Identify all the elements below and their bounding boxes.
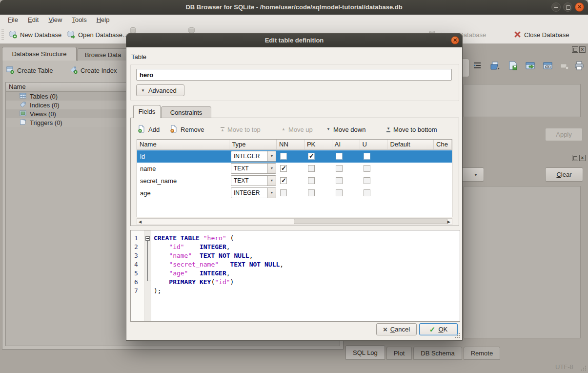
create-table-button[interactable]: Create Table [6,64,53,77]
dialog-close-button[interactable]: ✕ [451,36,459,44]
pk-checkbox[interactable] [308,153,315,160]
column-header-name[interactable]: Name [137,140,229,149]
u-checkbox[interactable] [364,153,370,160]
toolbar-handle[interactable] [1,29,4,41]
sql-preview-editor[interactable]: 1234567 CREATE TABLE "hero" ( "id" INTEG… [130,230,460,322]
column-header-type[interactable]: Type [229,140,277,149]
null-icon[interactable] [559,61,570,73]
chevron-down-icon[interactable]: ▼ [267,176,276,186]
fields-horizontal-scrollbar[interactable]: ◀ ▶ [137,218,452,225]
field-name: id [140,153,145,160]
add-field-button[interactable]: Add [138,124,160,135]
pk-checkbox[interactable] [308,177,315,184]
close-database-button[interactable]: Close Database [514,29,569,41]
dock-float-button[interactable] [572,46,578,53]
field-row-secret_name[interactable]: secret_nameTEXT▼ [137,175,452,187]
chevron-down-icon[interactable]: ▼ [267,151,276,161]
remove-field-button[interactable]: Remove [170,124,204,135]
menubar: FileEditViewToolsHelp [0,15,588,26]
link-icon[interactable] [543,61,553,73]
chevron-down-icon[interactable]: ▼ [267,188,276,198]
tab-database-structure[interactable]: Database Structure [2,47,77,61]
bottom-tab-sql-log[interactable]: SQL Log [345,345,385,360]
move-down-button[interactable]: ▼ Move down [326,124,365,135]
dock2-float-button[interactable] [572,155,578,161]
move-up-label: Move up [288,126,313,133]
line-number-gutter: 1234567 [131,230,144,321]
ai-checkbox[interactable] [336,189,343,196]
menu-tools[interactable]: Tools [67,15,91,25]
bottom-tab-plot[interactable]: Plot [386,347,412,360]
type-combobox[interactable]: INTEGER▼ [231,187,276,198]
ok-button[interactable]: ✓ OK [419,323,458,335]
save-icon[interactable] [507,61,518,73]
scrollbar-thumb[interactable] [294,219,447,224]
scroll-left-icon[interactable]: ◀ [139,220,142,224]
column-header-nn[interactable]: NN [277,140,304,149]
export-icon[interactable] [525,61,536,73]
type-combobox[interactable]: TEXT▼ [231,163,276,174]
ai-checkbox[interactable] [336,153,343,160]
scroll-right-icon[interactable]: ▶ [447,220,450,224]
open-database-button[interactable]: Open Database... [67,29,128,41]
clear-button[interactable]: Clear [545,167,583,182]
fold-collapse-icon[interactable] [145,236,150,241]
window-resize-grip[interactable] [581,365,587,371]
ai-checkbox[interactable] [336,177,343,184]
new-database-button[interactable]: New Database [9,29,61,41]
menu-file[interactable]: File [3,15,23,25]
column-header-pk[interactable]: PK [304,140,332,149]
menu-edit[interactable]: Edit [23,15,43,25]
minimize-button[interactable] [551,2,561,12]
table-name-input[interactable] [136,69,452,81]
app-window: DB Browser for SQLite - /home/user/code/… [0,0,588,373]
pk-checkbox[interactable] [308,189,315,196]
fields-table-header[interactable]: NameTypeNNPKAIUDefaultChe [137,140,452,150]
print-icon[interactable] [574,61,585,73]
tab-fields[interactable]: Fields [133,105,161,118]
remove-icon [170,125,178,134]
nn-checkbox[interactable] [280,177,287,184]
cancel-button[interactable]: × Cancel [376,323,417,335]
u-checkbox[interactable] [364,189,370,196]
pk-checkbox[interactable] [308,165,315,172]
field-row-id[interactable]: idINTEGER▼ [137,150,452,163]
column-header-che[interactable]: Che [434,140,452,149]
type-combobox[interactable]: TEXT▼ [231,175,276,186]
nn-checkbox[interactable] [280,165,287,172]
ai-checkbox[interactable] [336,165,343,172]
tab-constraints[interactable]: Constraints [161,106,211,118]
field-row-name[interactable]: nameTEXT▼ [137,163,452,175]
dock-close-icon[interactable]: × [579,46,586,53]
menu-help[interactable]: Help [92,15,115,25]
u-checkbox[interactable] [364,177,370,184]
type-combobox[interactable]: INTEGER▼ [231,151,276,162]
nn-checkbox[interactable] [280,153,287,160]
dock2-close-icon[interactable]: × [579,155,586,161]
advanced-button[interactable]: ▼ Advanced [136,84,184,96]
column-header-default[interactable]: Default [387,140,434,149]
nn-checkbox[interactable] [280,189,287,196]
column-header-ai[interactable]: AI [332,140,360,149]
cancel-label: Cancel [390,326,410,333]
bottom-tab-remote[interactable]: Remote [464,347,501,360]
cell-editor-area[interactable] [464,84,581,117]
indent-icon[interactable] [472,61,482,72]
sql-log-area[interactable] [464,186,581,338]
move-to-bottom-button[interactable]: ▼ Move to bottom [386,124,437,135]
close-window-button[interactable]: × [575,2,584,12]
create-index-button[interactable]: Create Index [70,64,117,77]
u-checkbox[interactable] [364,165,370,172]
field-row-age[interactable]: ageINTEGER▼ [137,187,452,199]
import-icon[interactable] [490,61,501,73]
close-database-label: Close Database [524,31,569,39]
maximize-button[interactable] [563,2,572,12]
dialog-resize-grip[interactable] [454,332,460,338]
sql-line-5: "age" INTEGER, [154,269,230,278]
bottom-tab-db-schema[interactable]: DB Schema [413,347,462,360]
column-header-u[interactable]: U [360,140,388,149]
line-number: 7 [134,287,138,295]
tab-browse-data[interactable]: Browse Data [78,48,128,61]
chevron-down-icon[interactable]: ▼ [267,164,276,173]
menu-view[interactable]: View [43,15,67,25]
